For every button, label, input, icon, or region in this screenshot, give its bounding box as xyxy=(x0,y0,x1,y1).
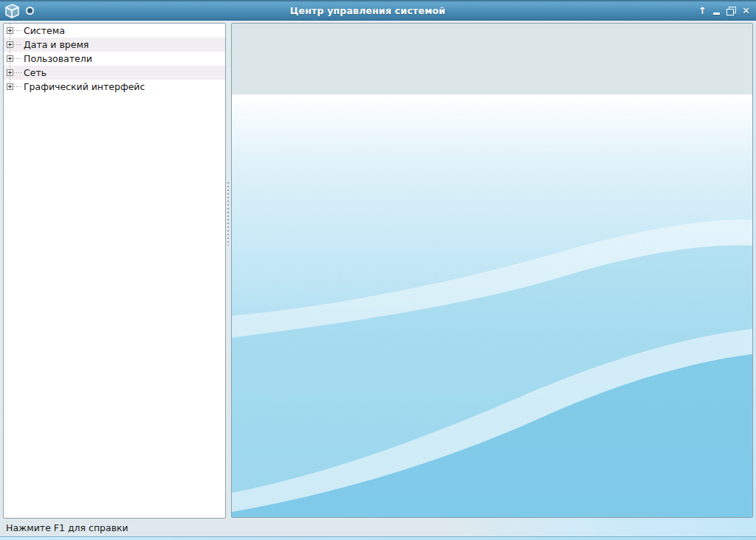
expand-plus-icon[interactable] xyxy=(7,55,13,62)
wave-art xyxy=(232,94,752,517)
tree-stub xyxy=(14,72,22,73)
status-bar: Нажмите F1 для справки xyxy=(0,519,756,536)
expand-plus-icon[interactable] xyxy=(7,69,13,76)
window-controls: ↑ ✕ xyxy=(698,5,756,17)
expand-plus-icon[interactable] xyxy=(7,83,13,90)
window-title: Центр управления системой xyxy=(37,5,698,16)
sidebar-panel: Система Дата и время Пользователи Сеть xyxy=(3,23,226,519)
content-panel xyxy=(231,23,753,518)
close-button[interactable]: ✕ xyxy=(742,5,750,17)
tree-stub xyxy=(14,58,22,59)
shade-button[interactable]: ↑ xyxy=(698,5,707,17)
tree-item-network[interactable]: Сеть xyxy=(4,66,225,80)
panel-splitter[interactable] xyxy=(226,23,231,519)
tree-stub xyxy=(14,86,22,87)
tree-item-gui[interactable]: Графический интерфейс xyxy=(4,80,225,94)
restore-button[interactable] xyxy=(726,5,736,17)
titlebar-bullet-icon xyxy=(26,7,34,15)
tree-item-users[interactable]: Пользователи xyxy=(4,52,225,66)
tree-stub xyxy=(14,30,22,31)
titlebar[interactable]: Центр управления системой ↑ ✕ xyxy=(0,0,756,21)
tree-item-datetime[interactable]: Дата и время xyxy=(4,38,225,52)
status-text: Нажмите F1 для справки xyxy=(6,522,128,533)
wave-background xyxy=(232,94,752,517)
tree-stub xyxy=(14,44,22,45)
expand-plus-icon[interactable] xyxy=(7,41,13,48)
minimize-icon xyxy=(713,13,720,15)
restore-icon xyxy=(726,7,736,15)
minimize-button[interactable] xyxy=(712,5,721,17)
tree-item-label: Графический интерфейс xyxy=(4,81,145,92)
expand-plus-icon[interactable] xyxy=(7,27,13,34)
window-bottom-border xyxy=(0,536,756,540)
content-top-band xyxy=(232,24,752,94)
app-window: Центр управления системой ↑ ✕ Система Да… xyxy=(0,0,756,540)
splitter-grip-icon xyxy=(227,182,229,246)
tree-item-system[interactable]: Система xyxy=(4,24,225,38)
titlebar-left-icons xyxy=(0,1,37,20)
app-cube-icon xyxy=(3,1,21,20)
category-tree: Система Дата и время Пользователи Сеть xyxy=(4,24,225,518)
